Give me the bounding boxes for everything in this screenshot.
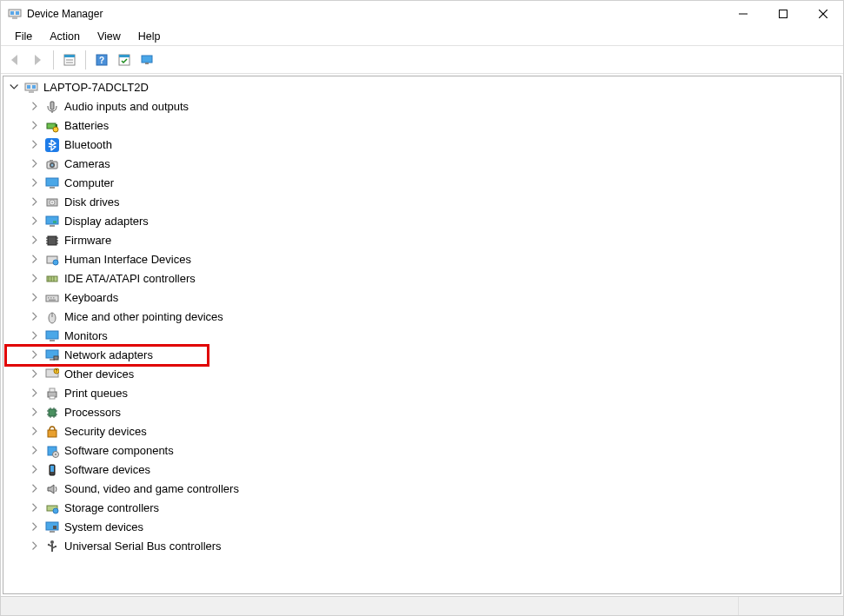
svg-rect-1 [10,11,14,15]
tree-item[interactable]: Processors [7,403,837,422]
tree-item-label: Keyboards [63,288,120,308]
tree-item-label: Security devices [63,422,149,441]
chevron-right-icon[interactable] [30,349,42,361]
menu-help[interactable]: Help [130,29,169,44]
tree-item-label: Storage controllers [63,499,161,518]
tree-item-label: Sound, video and game controllers [63,480,241,499]
chevron-right-icon[interactable] [30,464,42,476]
chevron-right-icon[interactable] [30,158,42,170]
display-icon [45,215,59,229]
toolbar-separator [53,50,54,70]
monitor-icon [45,329,59,343]
tree-item[interactable]: Audio inputs and outputs [7,97,837,116]
computer-icon [24,81,38,95]
chevron-right-icon[interactable] [30,139,42,151]
chevron-right-icon[interactable] [30,368,42,381]
battery-icon [45,119,59,133]
chevron-right-icon[interactable] [30,254,42,266]
system-icon [45,520,59,534]
tree-item-label: Audio inputs and outputs [63,97,190,116]
sound-icon [45,482,59,496]
chevron-right-icon[interactable] [30,330,42,342]
chevron-right-icon[interactable] [30,120,42,132]
chevron-right-icon[interactable] [30,502,42,514]
chevron-right-icon[interactable] [30,407,42,419]
maximize-button[interactable] [763,1,803,27]
tree-item[interactable]: Keyboards [7,288,837,308]
toolbar-forward-button[interactable] [27,50,48,70]
tree-item-label: Print queues [63,384,130,403]
tree-item[interactable]: Batteries [7,116,837,136]
tree-item-label: Bluetooth [63,136,114,155]
chevron-right-icon[interactable] [30,426,42,438]
tree-item[interactable]: Mice and other pointing devices [7,308,837,327]
chevron-right-icon[interactable] [30,521,42,533]
other-icon [45,368,59,381]
toolbar-help-button[interactable]: ? [91,50,112,70]
tree-item[interactable]: Computer [7,174,837,193]
tree-item-label: System devices [63,518,145,537]
chevron-right-icon[interactable] [30,196,42,209]
tree-item[interactable]: Storage controllers [7,499,837,518]
hid-icon [45,253,59,267]
toolbar-properties-button[interactable] [59,50,80,70]
security-icon [45,425,59,439]
chevron-right-icon[interactable] [30,483,42,495]
tree-item[interactable]: Cameras [7,155,837,174]
toolbar-back-button[interactable] [4,50,25,70]
chevron-right-icon[interactable] [30,101,42,113]
chevron-right-icon[interactable] [30,273,42,285]
tree-item[interactable]: Disk drives [7,193,837,212]
chevron-right-icon[interactable] [30,540,42,553]
network-icon [45,348,59,362]
tree-item[interactable]: Monitors [7,327,837,346]
tree-item[interactable]: Security devices [7,422,837,441]
chevron-right-icon[interactable] [30,311,42,323]
tree-item[interactable]: Network adapters [7,346,837,365]
tree-root-node[interactable]: LAPTOP-7ADCLT2D [7,78,837,97]
tree-item[interactable]: Display adapters [7,212,837,231]
bluetooth-icon [45,138,59,152]
tree-item[interactable]: Bluetooth [7,136,837,155]
statusbar-cell [1,597,739,615]
minimize-button[interactable] [723,1,763,27]
tree-item[interactable]: Software components [7,441,837,460]
tree-item[interactable]: Universal Serial Bus controllers [7,537,837,556]
tree-item[interactable]: Other devices [7,365,837,384]
svg-rect-2 [16,11,19,15]
toolbar-device-button[interactable] [136,50,157,70]
chevron-right-icon[interactable] [30,292,42,304]
svg-rect-9 [64,55,75,57]
tree-item-label: Computer [63,174,116,193]
tree-item[interactable]: Sound, video and game controllers [7,480,837,499]
menu-action[interactable]: Action [41,29,89,44]
chevron-right-icon[interactable] [30,387,42,400]
software-icon [45,444,59,458]
toolbar-scan-button[interactable] [114,50,135,70]
chevron-down-icon[interactable] [9,82,21,94]
tree-item-label: Other devices [63,365,136,384]
tree-item[interactable]: IDE ATA/ATAPI controllers [7,269,837,288]
tree-item[interactable]: Software devices [7,460,837,480]
menu-file[interactable]: File [6,29,41,44]
tree-item[interactable]: Firmware [7,231,837,250]
tree-item-label: Software components [63,441,176,460]
chevron-right-icon[interactable] [30,235,42,247]
toolbar: ? [1,46,843,74]
menubar: File Action View Help [1,27,843,46]
tree-item-label: Disk drives [63,193,122,212]
statusbar-cell [739,597,843,615]
close-button[interactable] [803,1,843,27]
chevron-right-icon[interactable] [30,445,42,457]
tree-item[interactable]: System devices [7,518,837,537]
chevron-right-icon[interactable] [30,177,42,189]
tree-item[interactable]: Human Interface Devices [7,250,837,269]
menu-view[interactable]: View [89,29,130,44]
toolbar-separator [85,50,86,70]
tree-item-label: Universal Serial Bus controllers [63,537,223,556]
usb-icon [45,540,59,553]
svg-rect-16 [142,56,152,63]
tree-view[interactable]: LAPTOP-7ADCLT2DAudio inputs and outputsB… [3,76,841,594]
chevron-right-icon[interactable] [30,215,42,228]
tree-item[interactable]: Print queues [7,384,837,403]
